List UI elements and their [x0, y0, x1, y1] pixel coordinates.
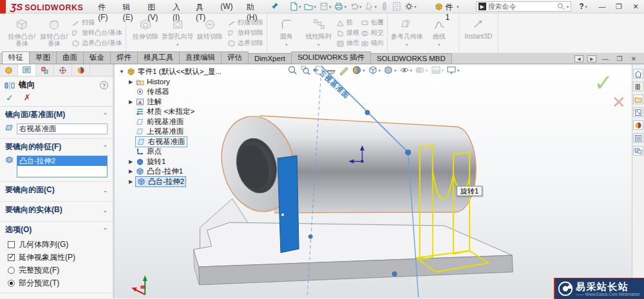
- home-icon[interactable]: [633, 69, 643, 78]
- draft-button[interactable]: 拔模: [336, 28, 359, 37]
- features-to-mirror-header[interactable]: 要镜向的特征(F)⌃: [0, 139, 113, 154]
- full-preview-radio[interactable]: [8, 267, 15, 274]
- geometry-pattern-checkbox[interactable]: [8, 241, 15, 248]
- instant3d-button[interactable]: Instant3D: [462, 15, 495, 40]
- select-icon[interactable]: ▾: [364, 2, 379, 11]
- tree-item-history[interactable]: ▶ History: [126, 77, 223, 87]
- partial-preview-option[interactable]: 部分预览(T): [0, 276, 113, 289]
- linear-pattern-button[interactable]: 线性阵列▾: [303, 15, 335, 48]
- extruded-cut-button[interactable]: 拉伸切除: [129, 15, 162, 40]
- file-properties-icon[interactable]: [391, 2, 402, 11]
- mirror-button[interactable]: 镜向: [361, 39, 384, 48]
- tab-dimxpert[interactable]: DimXpert: [248, 53, 292, 64]
- options-header[interactable]: 选项(O)⌃: [0, 222, 113, 237]
- tab-features[interactable]: 特征: [2, 51, 30, 64]
- mirror-face-header[interactable]: 镜向面/基准面(M)⌃: [0, 107, 113, 122]
- geometry-pattern-option[interactable]: 几何体阵列(G): [0, 237, 113, 250]
- minimize-button[interactable]: —: [594, 3, 611, 11]
- appearances-scenes-icon[interactable]: [633, 120, 643, 130]
- search-input[interactable]: [488, 3, 555, 10]
- tab-sketch[interactable]: 草图: [29, 51, 57, 64]
- wrap-button[interactable]: 包覆: [361, 18, 384, 27]
- feature-manager-tab[interactable]: [0, 64, 18, 76]
- previous-view-icon[interactable]: [313, 65, 323, 75]
- ok-button[interactable]: ✓: [6, 93, 14, 103]
- edit-appearance-icon[interactable]: ▾: [352, 65, 365, 75]
- display-manager-tab[interactable]: [72, 64, 90, 76]
- revolved-cut-button[interactable]: 旋转切除: [194, 15, 226, 40]
- help-button[interactable]: ?▾: [579, 2, 587, 11]
- boundary-cut-button[interactable]: 边界切除: [227, 39, 263, 48]
- tab-surfaces[interactable]: 曲面: [56, 51, 84, 64]
- forum-icon[interactable]: [633, 146, 643, 156]
- pm-help-button[interactable]: ?: [100, 81, 108, 89]
- features-listbox[interactable]: 凸台-拉伸2: [17, 156, 108, 177]
- expand-icon[interactable]: ▶: [128, 99, 133, 105]
- tab-sheet-metal[interactable]: 钣金: [83, 51, 111, 64]
- restore-button[interactable]: ❐: [611, 3, 627, 11]
- dimxpert-manager-tab[interactable]: [54, 64, 72, 76]
- tree-item-front-plane[interactable]: 前视基准面: [126, 117, 223, 127]
- swept-cut-button[interactable]: 扫描切除: [227, 18, 263, 27]
- reference-geometry-button[interactable]: 参考几何体▾: [391, 15, 423, 48]
- tab-evaluate[interactable]: 评估: [221, 51, 249, 64]
- tree-item-boss-extrude1[interactable]: ▶ 凸台-拉伸1: [126, 167, 223, 177]
- search-options-caret[interactable]: ▾: [567, 5, 569, 9]
- next-document-button[interactable]: ▶: [587, 55, 596, 62]
- extruded-boss-button[interactable]: 拉伸凸台/基体: [6, 15, 38, 47]
- design-library-icon[interactable]: [633, 82, 643, 91]
- tree-item-material[interactable]: 材质 <未指定>: [126, 107, 223, 117]
- configuration-manager-tab[interactable]: [36, 64, 54, 76]
- confirm-cancel-button[interactable]: ✕: [612, 93, 626, 113]
- close-button[interactable]: ✕: [627, 3, 644, 11]
- magnifier-icon[interactable]: [557, 3, 565, 10]
- propagate-visual-checkbox[interactable]: [8, 254, 15, 261]
- cancel-button[interactable]: ✗: [24, 93, 31, 103]
- full-preview-option[interactable]: 完整预览(F): [0, 263, 113, 276]
- selected-feature-item[interactable]: 凸台-拉伸2: [17, 156, 107, 166]
- zoom-fit-icon[interactable]: [287, 65, 298, 75]
- graphics-viewport[interactable]: ▼ 零件1 (默认<<默认>_显... ▶ History 传感器 ▶ A 注解: [115, 64, 632, 298]
- search-scope-icon[interactable]: ▶: [478, 3, 486, 10]
- rib-button[interactable]: 筋: [336, 18, 359, 27]
- partial-preview-radio[interactable]: [8, 280, 15, 287]
- tree-item-right-plane[interactable]: 右视基准面: [126, 137, 223, 147]
- options-gear-icon[interactable]: ▾: [403, 2, 418, 11]
- section-view-icon[interactable]: [326, 65, 336, 75]
- propagate-visual-option[interactable]: 延伸视象属性(P): [0, 250, 113, 263]
- tab-weldments[interactable]: 焊件: [110, 51, 138, 64]
- file-explorer-icon[interactable]: [633, 95, 643, 104]
- doc-minimize-button[interactable]: —: [600, 55, 611, 62]
- rebuild-icon[interactable]: [379, 2, 390, 11]
- lofted-cut-button[interactable]: 放样切除: [227, 28, 263, 37]
- mirror-plane-field[interactable]: 右视基准面: [17, 123, 108, 134]
- expand-icon[interactable]: ▶: [128, 168, 133, 174]
- tree-item-revolve1[interactable]: ▶ 旋转1: [126, 157, 223, 167]
- apply-scene-icon[interactable]: ▾: [431, 65, 444, 75]
- hide-show-items-icon[interactable]: ▾: [399, 65, 413, 75]
- appearances-icon[interactable]: ▾: [415, 65, 428, 75]
- view-settings-icon[interactable]: ▾: [446, 65, 460, 75]
- tree-item-sensors[interactable]: 传感器: [126, 87, 223, 97]
- collapse-icon[interactable]: ▼: [119, 69, 124, 75]
- doc-restore-button[interactable]: ❐: [614, 55, 625, 62]
- tab-mold-tools[interactable]: 模具工具: [137, 51, 180, 64]
- tree-item-top-plane[interactable]: 上视基准面: [126, 127, 223, 137]
- faces-to-mirror-header[interactable]: 要镜向的面(C)⌄: [0, 182, 113, 197]
- confirm-ok-button[interactable]: ✓: [594, 69, 613, 96]
- tree-root[interactable]: ▼ 零件1 (默认<<默认>_显...: [117, 67, 223, 77]
- expand-icon[interactable]: ▶: [128, 179, 133, 185]
- doc-close-button[interactable]: ✕: [629, 55, 639, 62]
- expand-icon[interactable]: ▶: [128, 159, 133, 165]
- lofted-boss-button[interactable]: 放样凸台/基体: [71, 28, 122, 37]
- tree-item-annotations[interactable]: ▶ A 注解: [126, 97, 223, 107]
- pin-menu-icon[interactable]: [271, 2, 279, 12]
- shell-button[interactable]: 抽壳: [336, 39, 359, 48]
- new-document-icon[interactable]: ▾: [288, 2, 303, 11]
- intersect-button[interactable]: 相交: [361, 28, 384, 37]
- sketch-icon[interactable]: [339, 65, 349, 75]
- print-icon[interactable]: ▾: [333, 2, 348, 11]
- save-icon[interactable]: ▾: [318, 2, 333, 11]
- tab-solidworks-addins[interactable]: SOLIDWORKS 插件: [291, 51, 371, 64]
- display-style-icon[interactable]: ▾: [383, 65, 397, 75]
